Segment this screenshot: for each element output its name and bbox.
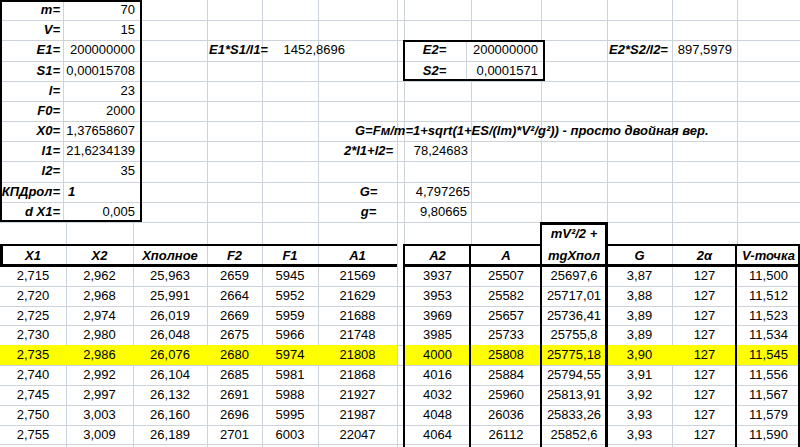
table-cell[interactable]: 2669 xyxy=(207,306,262,326)
column-header-4[interactable]: F2 xyxy=(207,245,262,266)
table-cell[interactable]: 127 xyxy=(672,405,737,425)
table-cell[interactable]: 25755,8 xyxy=(541,325,607,345)
table-cell[interactable]: 11,534 xyxy=(737,325,800,345)
table-cell[interactable]: 4064 xyxy=(404,425,471,445)
table-cell[interactable]: 2659 xyxy=(207,266,262,286)
table-cell[interactable]: 3,87 xyxy=(607,266,672,286)
table-cell[interactable]: 26,160 xyxy=(133,405,207,425)
table-cell[interactable]: 26,019 xyxy=(133,306,207,326)
table-cell[interactable]: 2691 xyxy=(207,385,262,405)
table-cell[interactable]: 3,009 xyxy=(66,425,133,445)
table-cell[interactable]: 11,556 xyxy=(737,365,800,385)
param-value[interactable]: 21,6234139 xyxy=(64,141,138,161)
e2s2-result-value[interactable]: 897,5979 xyxy=(672,40,732,60)
table-cell[interactable]: 26,048 xyxy=(133,325,207,345)
table-cell[interactable]: 5959 xyxy=(262,306,318,326)
table-cell[interactable]: 127 xyxy=(672,266,737,286)
table-cell[interactable]: 25813,91 xyxy=(541,385,607,405)
column-header-1[interactable]: X1 xyxy=(0,245,66,266)
table-cell[interactable]: 4016 xyxy=(404,365,471,385)
param-value[interactable]: 0,005 xyxy=(64,202,138,222)
table-cell[interactable]: 2,992 xyxy=(66,365,133,385)
table-cell[interactable]: 3969 xyxy=(404,306,471,326)
sum-l-value[interactable]: 78,24683 xyxy=(398,141,468,161)
param-label[interactable]: V= xyxy=(0,20,60,40)
table-cell[interactable]: 25717,01 xyxy=(541,286,607,306)
table-cell[interactable]: 127 xyxy=(672,325,737,345)
table-cell[interactable]: 3953 xyxy=(404,286,471,306)
param-label[interactable]: d X1= xyxy=(0,202,60,222)
table-cell[interactable]: 3,93 xyxy=(607,405,672,425)
e2s2-result-label[interactable]: E2*S2/l2= xyxy=(605,40,672,60)
column-header-2[interactable]: X2 xyxy=(66,245,133,266)
table-cell[interactable]: 127 xyxy=(672,365,737,385)
table-cell[interactable]: 21688 xyxy=(318,306,397,326)
table-cell[interactable]: 3,93 xyxy=(607,425,672,445)
table-cell[interactable]: 2664 xyxy=(207,286,262,306)
table-cell[interactable]: 26,076 xyxy=(133,345,207,365)
table-cell[interactable]: 21748 xyxy=(318,325,397,345)
table-cell[interactable]: 3,88 xyxy=(607,286,672,306)
table-cell[interactable]: 25582 xyxy=(471,286,541,306)
param-value[interactable]: 23 xyxy=(64,81,138,101)
table-cell[interactable]: 127 xyxy=(672,345,737,365)
table-cell[interactable]: 3937 xyxy=(404,266,471,286)
table-cell[interactable]: 6003 xyxy=(262,425,318,445)
table-cell[interactable]: 3985 xyxy=(404,325,471,345)
table-cell[interactable]: 4032 xyxy=(404,385,471,405)
table-cell[interactable]: 2,720 xyxy=(0,286,66,306)
table-cell[interactable]: 127 xyxy=(672,306,737,326)
table-cell[interactable]: 25733 xyxy=(471,325,541,345)
table-cell[interactable]: 25794,55 xyxy=(541,365,607,385)
table-cell[interactable]: 11,500 xyxy=(737,266,800,286)
table-cell[interactable]: 3,92 xyxy=(607,385,672,405)
table-cell[interactable]: 4000 xyxy=(404,345,471,365)
param-value[interactable]: 0,00015708 xyxy=(64,61,138,81)
table-cell[interactable]: 11,567 xyxy=(737,385,800,405)
table-cell[interactable]: 22047 xyxy=(318,425,397,445)
table-cell[interactable]: 21808 xyxy=(318,345,397,365)
param-value[interactable]: 2000 xyxy=(64,101,138,121)
table-cell[interactable]: 2,750 xyxy=(0,405,66,425)
column-header-11[interactable]: 2α xyxy=(672,245,737,266)
column-header-12[interactable]: V-точка xyxy=(737,245,800,266)
column-header-5[interactable]: F1 xyxy=(262,245,318,266)
table-cell[interactable]: 3,89 xyxy=(607,325,672,345)
table-cell[interactable]: 2,745 xyxy=(0,385,66,405)
table-cell[interactable]: 2,997 xyxy=(66,385,133,405)
table-cell[interactable]: 2696 xyxy=(207,405,262,425)
table-cell[interactable]: 25697,6 xyxy=(541,266,607,286)
table-cell[interactable]: 127 xyxy=(672,425,737,445)
param-label[interactable]: l1= xyxy=(0,141,60,161)
table-cell[interactable]: 5974 xyxy=(262,345,318,365)
column-header-6[interactable]: A1 xyxy=(318,245,397,266)
param-value[interactable]: 200000000 xyxy=(64,40,138,60)
param-value[interactable]: 1,37658607 xyxy=(64,121,138,141)
table-cell[interactable]: 2675 xyxy=(207,325,262,345)
table-cell[interactable]: 26036 xyxy=(471,405,541,425)
table-cell[interactable]: 25960 xyxy=(471,385,541,405)
param-label[interactable]: X0= xyxy=(0,121,60,141)
param-label[interactable]: l= xyxy=(0,81,60,101)
param-label[interactable]: E1= xyxy=(0,40,60,60)
param-label[interactable]: КПДрол= xyxy=(0,182,60,202)
table-cell[interactable]: 2,715 xyxy=(0,266,66,286)
param-value[interactable]: 35 xyxy=(64,161,138,181)
table-cell[interactable]: 2,962 xyxy=(66,266,133,286)
param-value[interactable]: 15 xyxy=(64,20,138,40)
table-cell[interactable]: 2685 xyxy=(207,365,262,385)
param-label[interactable]: m= xyxy=(0,0,60,20)
table-cell[interactable]: 2,968 xyxy=(66,286,133,306)
s2-label[interactable]: S2= xyxy=(403,61,466,81)
param-value[interactable]: 70 xyxy=(64,0,138,20)
table-cell[interactable]: 2,725 xyxy=(0,306,66,326)
gravity-g-value[interactable]: 9,80665 xyxy=(400,202,467,222)
table-cell[interactable]: 5988 xyxy=(262,385,318,405)
table-cell[interactable]: 26,104 xyxy=(133,365,207,385)
column-header-mv-line1[interactable]: mV²/2 + xyxy=(541,223,607,245)
sum-l-label[interactable]: 2*l1+l2= xyxy=(333,141,404,161)
table-cell[interactable]: 21569 xyxy=(318,266,397,286)
table-cell[interactable]: 25657 xyxy=(471,306,541,326)
table-cell[interactable]: 5966 xyxy=(262,325,318,345)
table-cell[interactable]: 5945 xyxy=(262,266,318,286)
